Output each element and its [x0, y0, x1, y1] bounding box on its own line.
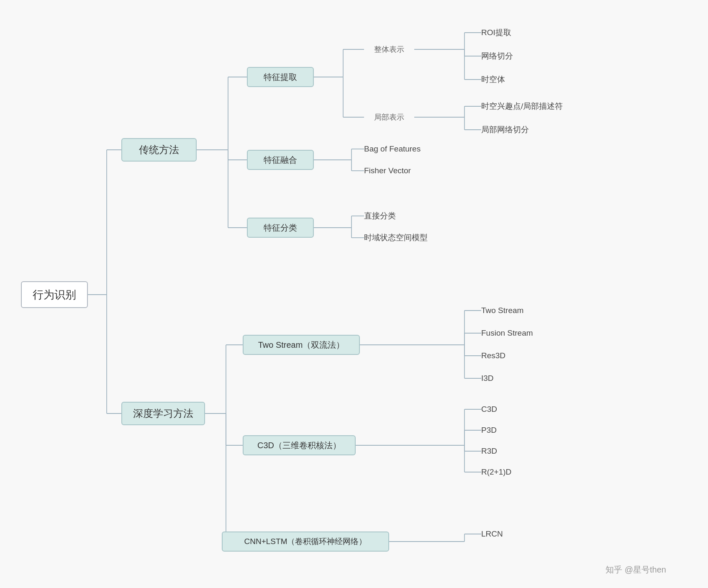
node-holistic: 整体表示 [364, 42, 414, 57]
node-feature-extract: 特征提取 [247, 67, 314, 87]
node-spatiotemporal: 时空体 [481, 72, 523, 87]
node-lrcn: LRCN [481, 526, 515, 542]
node-i3d: I3D [481, 371, 506, 386]
node-c3d: C3D（三维卷积核法） [243, 435, 356, 455]
node-two-stream-leaf: Two Stream [481, 303, 548, 318]
node-roi: ROI提取 [481, 25, 536, 40]
node-cnn-lstm: CNN+LSTM（卷积循环神经网络） [222, 532, 389, 552]
node-local-seg: 局部网络切分 [481, 122, 557, 137]
node-deep: 深度学习方法 [121, 402, 205, 425]
node-p3d: P3D [481, 423, 510, 438]
node-bof: Bag of Features [364, 141, 448, 157]
node-direct: 直接分类 [364, 208, 414, 223]
node-fisher: Fisher Vector [364, 163, 439, 178]
node-r2plus1d: R(2+1)D [481, 465, 531, 480]
node-net-seg: 网络切分 [481, 49, 536, 64]
node-feature-fusion: 特征融合 [247, 150, 314, 170]
node-temporal-spatial: 时域状态空间模型 [364, 230, 469, 245]
node-r3d: R3D [481, 444, 510, 459]
node-traditional: 传统方法 [121, 138, 197, 162]
node-two-stream: Two Stream（双流法） [243, 335, 360, 355]
node-feature-classify: 特征分类 [247, 218, 314, 238]
node-root: 行为识别 [21, 281, 88, 308]
node-local: 局部表示 [364, 110, 414, 125]
node-stip: 时空兴趣点/局部描述符 [481, 99, 607, 114]
node-c3d-leaf: C3D [481, 402, 510, 417]
node-fusion-stream: Fusion Stream [481, 326, 557, 341]
watermark: 知乎 @星号then [605, 564, 666, 575]
node-res3d: Res3D [481, 348, 515, 363]
